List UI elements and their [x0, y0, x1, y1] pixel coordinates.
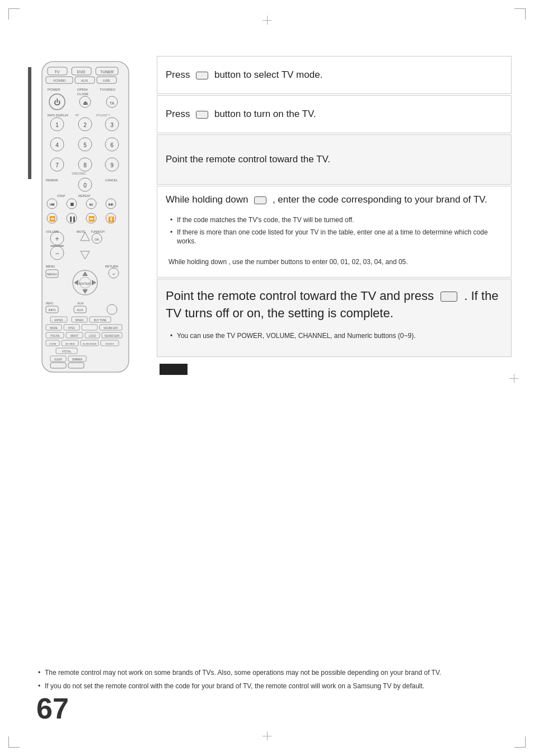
svg-text:TUNN/CH: TUNN/CH: [91, 230, 105, 233]
svg-text:⏩: ⏩: [88, 215, 95, 222]
hold-button-icon: [254, 196, 266, 204]
svg-text:RETURN: RETURN: [105, 265, 118, 268]
svg-rect-134: [50, 363, 66, 368]
svg-text:← ENTER →: ← ENTER →: [51, 319, 67, 322]
svg-text:STEP: STEP: [57, 194, 65, 198]
svg-text:VIDEOSEC: VIDEOSEC: [72, 172, 86, 175]
svg-text:ZOOM: ZOOM: [49, 342, 56, 345]
svg-text:⏏: ⏏: [83, 100, 88, 106]
svg-text:SLEEP: SLEEP: [54, 358, 63, 361]
svg-text:2: 2: [83, 122, 87, 128]
svg-text:OPEN/: OPEN/: [77, 88, 88, 91]
svg-text:DVD: DVD: [77, 70, 86, 74]
step-4-bullets: If the code matches the TV's code, the T…: [166, 215, 503, 249]
svg-text:VCR/BD: VCR/BD: [53, 79, 66, 82]
svg-text:ENTER: ENTER: [79, 282, 91, 285]
step-4-bullet-1: If the code matches the TV's code, the T…: [168, 215, 500, 225]
step-3-row: Point the remote control toward the TV.: [157, 134, 512, 185]
step-4-middle: , enter the code corresponding to your b…: [273, 194, 488, 205]
svg-text:VTOTAL: VTOTAL: [62, 350, 72, 353]
svg-text:3D VIEW: 3D VIEW: [65, 342, 75, 345]
footer-note-2: If you do not set the remote control wit…: [36, 681, 512, 691]
svg-text:TV/VIDEO: TV/VIDEO: [100, 88, 115, 91]
svg-text:SOUND EFF: SOUND EFF: [104, 327, 118, 330]
svg-text:⏭: ⏭: [109, 201, 114, 207]
step-2-suffix: button to turn on the TV.: [214, 109, 316, 119]
svg-text:DIMMER: DIMMER: [72, 358, 83, 361]
remote-illustration: TV DVD TUNER VCR/BD AUX USB POWER OPEN/ …: [34, 56, 146, 383]
svg-text:TA: TA: [110, 101, 115, 105]
svg-rect-135: [68, 363, 84, 368]
svg-text:USB: USB: [103, 79, 110, 82]
steps-area: Press button to select TV mode. Press bu…: [157, 56, 512, 383]
svg-text:LOGO: LOGO: [88, 335, 96, 337]
svg-text:SPEED: SPEED: [75, 319, 84, 322]
svg-text:PT: PT: [76, 114, 79, 117]
step-4-row: While holding down , enter the code corr…: [157, 186, 512, 278]
svg-text:MENU: MENU: [46, 265, 55, 268]
step-2-text: Press button to turn on the TV.: [166, 107, 316, 121]
svg-text:6: 6: [110, 142, 114, 148]
step-5-bullet-1: You can use the TV POWER, VOLUME, CHANNE…: [168, 331, 416, 341]
svg-text:MENU: MENU: [47, 273, 57, 276]
svg-text:P.SCAN: P.SCAN: [50, 335, 59, 337]
left-accent-bar: [28, 67, 31, 179]
highlight-section: [157, 364, 512, 375]
svg-text:AUX: AUX: [77, 308, 83, 312]
svg-text:0: 0: [83, 182, 87, 189]
svg-text:9: 9: [110, 162, 114, 168]
final-button-icon: [441, 292, 457, 302]
step-5-row: Point the remote control toward the TV a…: [157, 279, 512, 356]
footer-note-1: The remote control may not work on some …: [36, 668, 512, 678]
page-number: 67: [36, 692, 69, 725]
svg-text:3: 3: [110, 122, 114, 128]
svg-text:CANCEL: CANCEL: [105, 179, 118, 182]
step-4-text: While holding down , enter the code corr…: [166, 193, 488, 206]
svg-text:OTEC: OTEC: [68, 327, 76, 330]
step-1-prefix: Press: [166, 69, 190, 80]
svg-text:PT/LAST T: PT/LAST T: [96, 114, 110, 117]
step-2-row: Press button to turn on the TV.: [157, 95, 512, 133]
corner-mark-tr: [514, 8, 526, 20]
svg-text:5: 5: [83, 142, 87, 148]
svg-text:REPEAT: REPEAT: [78, 194, 91, 198]
svg-text:7: 7: [55, 162, 59, 168]
corner-mark-tl: [8, 8, 20, 20]
svg-text:POWER: POWER: [48, 88, 60, 91]
tv-mode-button-icon: [196, 72, 208, 79]
crosshair-top: [263, 16, 271, 25]
main-container: TV DVD TUNER VCR/BD AUX USB POWER OPEN/ …: [34, 56, 512, 383]
corner-mark-bl: [8, 736, 20, 748]
svg-text:8: 8: [83, 162, 87, 168]
svg-text:⏬: ⏬: [108, 216, 115, 223]
remote-svg: TV DVD TUNER VCR/BD AUX USB POWER OPEN/ …: [34, 56, 137, 381]
svg-text:TV: TV: [55, 70, 60, 74]
corner-mark-br: [514, 736, 526, 748]
svg-text:4: 4: [55, 142, 59, 148]
svg-text:OK: OK: [95, 238, 100, 241]
svg-text:⏻: ⏻: [54, 98, 60, 106]
step-3-text: Point the remote control toward the TV.: [166, 153, 330, 166]
step-4-code-note: While holding down , use the number butt…: [166, 257, 411, 267]
svg-text:↩: ↩: [113, 273, 115, 276]
crosshair-bottom: [263, 731, 271, 740]
svg-text:−: −: [55, 250, 59, 257]
power-button-icon: [196, 111, 208, 119]
step-1-text: Press button to select TV mode.: [166, 68, 322, 82]
svg-text:MODE: MODE: [50, 327, 58, 330]
svg-text:INFO: INFO: [46, 302, 54, 305]
svg-text:SLIDE MODE: SLIDE MODE: [83, 342, 97, 345]
svg-text:MOIST: MOIST: [71, 335, 79, 337]
step-5-text: Point the remote control toward the TV a…: [166, 288, 503, 322]
svg-text:AUX: AUX: [77, 302, 84, 305]
step-5-main-text: Point the remote control toward the TV a…: [166, 289, 434, 303]
svg-text:DIGEST: DIGEST: [106, 342, 114, 345]
svg-text:INFO: INFO: [48, 308, 56, 312]
svg-text:INFO DISPLAY: INFO DISPLAY: [48, 114, 69, 117]
step-5-bullets: You can use the TV POWER, VOLUME, CHANNE…: [166, 331, 419, 344]
svg-text:AUX: AUX: [81, 79, 88, 82]
svg-text:⏹: ⏹: [69, 201, 74, 207]
svg-text:SOUND EDR: SOUND EDR: [104, 335, 120, 337]
footer-notes: The remote control may not work on some …: [36, 668, 512, 694]
svg-text:BUT TONE: BUT TONE: [94, 319, 107, 322]
